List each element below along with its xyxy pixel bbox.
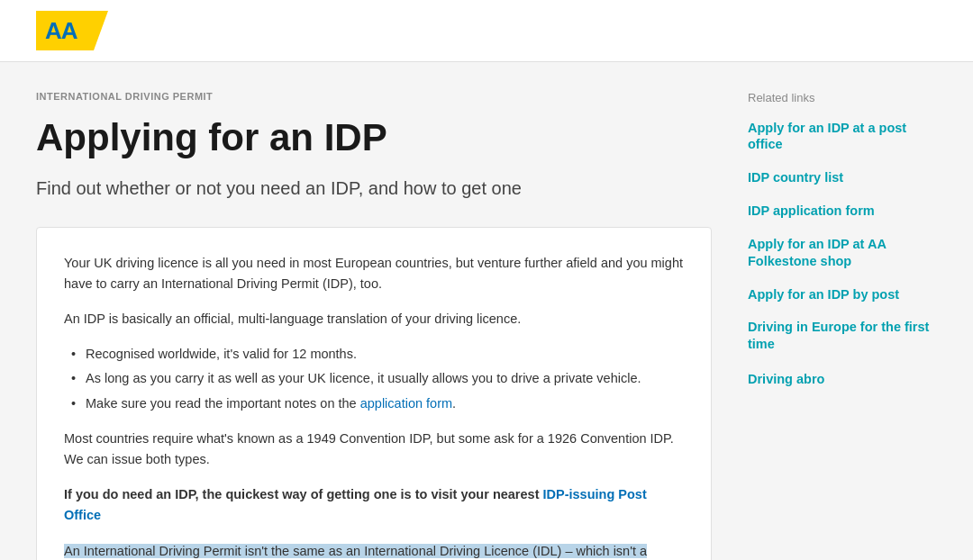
related-link-idp-by-post[interactable]: Apply for an IDP by post bbox=[748, 286, 937, 303]
highlighted-paragraph: An International Driving Permit isn't th… bbox=[64, 541, 684, 560]
bullet-item-2: As long as you carry it as well as your … bbox=[71, 368, 684, 389]
related-link-idp-application-form[interactable]: IDP application form bbox=[748, 203, 937, 220]
bullet-list: Recognised worldwide, it's valid for 12 … bbox=[64, 344, 684, 414]
related-link-idp-country-list[interactable]: IDP country list bbox=[748, 169, 937, 186]
quickest-way-prefix: If you do need an IDP, the quickest way … bbox=[64, 487, 543, 501]
convention-paragraph: Most countries require what's known as a… bbox=[64, 429, 684, 470]
bullet-item-1: Recognised worldwide, it's valid for 12 … bbox=[71, 344, 684, 365]
page-subtitle: Find out whether or not you need an IDP,… bbox=[36, 175, 712, 202]
bullet-3-suffix: . bbox=[452, 396, 456, 411]
sidebar: Related links Apply for an IDP at a post… bbox=[748, 89, 937, 560]
highlighted-text: An International Driving Permit isn't th… bbox=[64, 544, 647, 560]
quickest-way-paragraph: If you do need an IDP, the quickest way … bbox=[64, 484, 684, 526]
page-container: INTERNATIONAL DRIVING PERMIT Applying fo… bbox=[0, 62, 973, 560]
main-content: INTERNATIONAL DRIVING PERMIT Applying fo… bbox=[36, 89, 712, 560]
breadcrumb: INTERNATIONAL DRIVING PERMIT bbox=[36, 89, 712, 104]
idp-description: An IDP is basically an official, multi-l… bbox=[64, 309, 684, 330]
related-link-driving-europe[interactable]: Driving in Europe for the first time bbox=[748, 319, 937, 353]
bullet-3-prefix: Make sure you read the important notes o… bbox=[86, 396, 360, 411]
related-link-idp-post-office[interactable]: Apply for an IDP at a post office bbox=[748, 120, 937, 154]
related-link-idp-folkestone[interactable]: Apply for an IDP at AA Folkestone shop bbox=[748, 236, 937, 270]
header: AA bbox=[0, 0, 973, 62]
page-title: Applying for an IDP bbox=[36, 117, 712, 158]
aa-logo[interactable]: AA bbox=[36, 11, 108, 50]
bullet-item-3: Make sure you read the important notes o… bbox=[71, 393, 684, 414]
related-links-title: Related links bbox=[748, 89, 937, 107]
application-form-link[interactable]: application form bbox=[360, 396, 452, 411]
aa-logo-text: AA bbox=[45, 14, 77, 49]
intro-paragraph: Your UK driving licence is all you need … bbox=[64, 253, 684, 294]
content-box: Your UK driving licence is all you need … bbox=[36, 227, 712, 560]
related-link-driving-abroad-partial[interactable]: Driving abro bbox=[748, 372, 824, 386]
